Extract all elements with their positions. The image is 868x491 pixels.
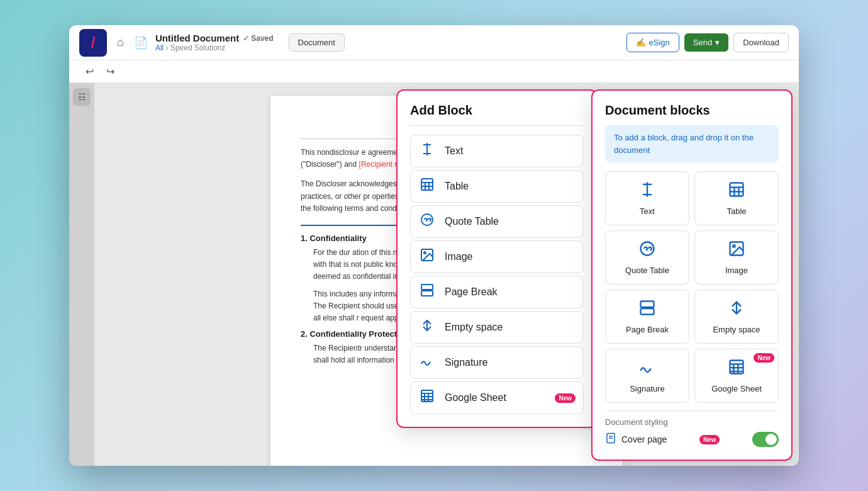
grid-block-empty-space[interactable]: Empty space <box>694 290 779 344</box>
text-block-label: Text <box>445 145 463 157</box>
svg-rect-34 <box>641 308 654 314</box>
blocks-grid: Text Table <box>605 171 779 403</box>
empty-space-block-label: Empty space <box>445 322 503 333</box>
document-tab[interactable]: Document <box>289 33 345 52</box>
grid-block-page-break[interactable]: Page Break <box>605 290 689 344</box>
google-sheet-new-badge: New <box>555 393 576 403</box>
doc-styling-section: Document styling Cover page New <box>605 410 779 447</box>
grid-google-sheet-icon <box>728 358 745 380</box>
grid-empty-space-label: Empty space <box>713 325 760 334</box>
grid-page-break-icon <box>638 299 656 321</box>
document-title: Untitled Document <box>155 33 239 43</box>
cover-page-row: Cover page New <box>605 432 779 447</box>
doc-title-row: Untitled Document Saved <box>155 33 274 43</box>
google-sheet-block-icon <box>418 388 436 407</box>
left-sidebar: ☷ <box>69 83 94 466</box>
google-sheet-block-label: Google Sheet <box>445 392 506 404</box>
add-block-title: Add Block <box>410 103 584 126</box>
grid-quote-table-icon <box>638 240 656 262</box>
svg-point-32 <box>733 245 735 247</box>
chevron-down-icon: ▾ <box>715 38 720 47</box>
redo-button[interactable]: ↪ <box>103 64 118 79</box>
add-block-panel: Add Block Text <box>396 89 598 428</box>
grid-google-sheet-label: Google Sheet <box>711 384 762 393</box>
block-item-signature[interactable]: Signature <box>410 346 584 379</box>
image-block-icon <box>418 247 436 266</box>
cover-page-icon <box>605 432 616 447</box>
quote-table-block-icon <box>418 212 436 231</box>
block-list: Text Table <box>410 135 584 414</box>
block-item-empty-space[interactable]: Empty space <box>410 311 584 344</box>
grid-quote-table-label: Quote Table <box>625 266 669 275</box>
svg-rect-11 <box>421 285 433 290</box>
app-logo[interactable]: / <box>79 29 107 57</box>
grid-image-label: Image <box>725 266 748 275</box>
esign-icon: ✍ <box>636 38 646 47</box>
grid-block-text[interactable]: Text <box>605 171 689 225</box>
grid-block-google-sheet[interactable]: New Google Sheet <box>694 349 779 403</box>
grid-block-signature[interactable]: Signature <box>605 349 689 403</box>
undo-button[interactable]: ↩ <box>82 64 97 79</box>
main-area: ☷ This nondisclosur e agreement is enter… <box>69 83 799 466</box>
doc-blocks-panel: Document blocks To add a block, drag and… <box>591 89 793 461</box>
signature-block-label: Signature <box>445 357 488 368</box>
home-icon[interactable]: ⌂ <box>114 33 126 52</box>
styling-title: Document styling <box>605 417 779 427</box>
saved-badge: Saved <box>243 34 273 43</box>
image-block-label: Image <box>445 251 472 262</box>
doc-blocks-info: To add a block, drag and drop it on the … <box>605 125 779 162</box>
block-item-page-break[interactable]: Page Break <box>410 276 584 308</box>
table-block-label: Table <box>445 181 469 192</box>
cover-page-label: Cover page <box>621 434 667 444</box>
grid-empty-space-icon <box>728 299 745 321</box>
esign-button[interactable]: ✍ eSign <box>626 33 679 52</box>
breadcrumb-org: Speed Solutionz <box>170 43 225 52</box>
header: / ⌂ 📄 Untitled Document Saved All › Spee… <box>69 25 799 60</box>
send-button[interactable]: Send ▾ <box>684 33 728 52</box>
cover-page-toggle[interactable] <box>752 432 779 447</box>
svg-rect-12 <box>421 291 433 296</box>
svg-point-10 <box>424 252 426 254</box>
grid-text-label: Text <box>640 206 655 216</box>
grid-page-break-label: Page Break <box>626 325 669 334</box>
doc-info: Untitled Document Saved All › Speed Solu… <box>155 33 274 52</box>
document-icon[interactable]: 📄 <box>131 33 150 52</box>
grid-signature-label: Signature <box>630 384 665 393</box>
app-window: / ⌂ 📄 Untitled Document Saved All › Spee… <box>69 25 799 466</box>
grid-google-sheet-new-badge: New <box>754 353 774 363</box>
block-item-image[interactable]: Image <box>410 240 584 273</box>
svg-rect-33 <box>641 302 654 307</box>
sidebar-doc-icon[interactable]: ☷ <box>73 88 91 106</box>
table-block-icon <box>418 177 436 196</box>
header-actions: ✍ eSign Send ▾ Download <box>626 33 789 52</box>
grid-table-label: Table <box>726 206 746 216</box>
doc-blocks-title: Document blocks <box>605 103 779 118</box>
grid-text-icon <box>638 181 656 203</box>
svg-rect-25 <box>730 183 743 196</box>
grid-table-icon <box>728 181 745 203</box>
grid-block-table[interactable]: Table <box>694 171 779 225</box>
text-block-icon <box>418 142 436 161</box>
quote-table-block-label: Quote Table <box>445 216 499 227</box>
download-button[interactable]: Download <box>733 33 789 52</box>
header-nav: ⌂ 📄 Untitled Document Saved All › Speed … <box>114 33 619 52</box>
grid-block-quote-table[interactable]: Quote Table <box>605 230 689 285</box>
block-item-text[interactable]: Text <box>410 135 584 167</box>
document-area: This nondisclosur e agreement is enter e… <box>94 83 799 466</box>
signature-block-icon <box>418 353 436 372</box>
grid-image-icon <box>728 240 745 262</box>
grid-signature-icon <box>638 358 656 380</box>
empty-space-block-icon <box>418 318 436 337</box>
page-break-block-label: Page Break <box>445 286 498 298</box>
page-break-block-icon <box>418 283 436 302</box>
svg-rect-3 <box>421 179 433 190</box>
breadcrumb-all[interactable]: All <box>155 43 164 52</box>
block-item-quote-table[interactable]: Quote Table <box>410 205 584 238</box>
block-item-table[interactable]: Table <box>410 170 584 203</box>
cover-page-new-badge: New <box>699 435 720 444</box>
block-item-google-sheet[interactable]: Google Sheet New <box>410 381 584 414</box>
breadcrumb: All › Speed Solutionz <box>155 43 274 52</box>
grid-block-image[interactable]: Image <box>694 230 779 285</box>
toolbar: ↩ ↪ <box>69 60 799 83</box>
